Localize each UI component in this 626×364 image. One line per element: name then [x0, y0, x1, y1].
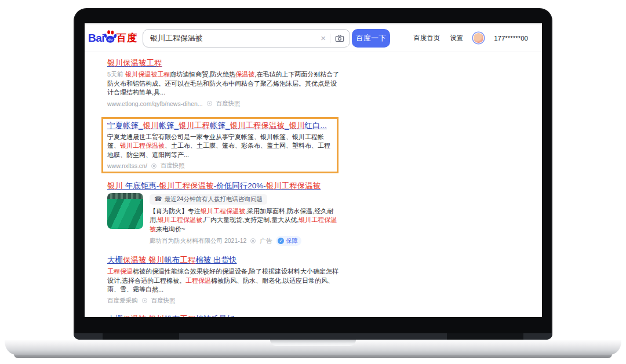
- laptop-mockup: Bai du 百度 ×: [0, 0, 626, 364]
- result-meta: www.etlong.com/qyfb/news-dihen...百度快照: [107, 100, 340, 108]
- cache-link[interactable]: 百度快照: [216, 100, 241, 108]
- search-bar: × 百度一下: [143, 29, 390, 48]
- result-body: 5天前 银川保温被工程廊坊迪恒商贸,防火绝热保温被,在毛毡的上下两面分别粘合了防…: [107, 70, 340, 108]
- result-meta: www.nxltss.cn/百度快照: [107, 162, 333, 170]
- result-body: 工程保温棉被的保温性能综合效果较好的保温设备,除了根据建设材料大小确定怎样设计,…: [107, 267, 340, 305]
- camera-icon[interactable]: [335, 34, 344, 42]
- result-title-link[interactable]: 银川 年底钜惠-银川工程保温被-价低同行20%-银川工程保温被: [107, 181, 340, 191]
- search-input[interactable]: [150, 34, 316, 42]
- result-meta: 廊坊肖为防火材料有限公司 2021-12广告✓保障: [150, 236, 340, 246]
- snapshot-circle-icon: [142, 298, 147, 303]
- cache-link[interactable]: 百度快照: [151, 297, 176, 305]
- input-divider: [330, 34, 330, 43]
- result-source: www.nxltss.cn/: [107, 162, 147, 169]
- result-body: 宁夏龙通晟世工贸有限公司是一家专业从事宁夏帐篷、银川帐篷、银川工程帐篷、银川工程…: [107, 133, 333, 170]
- search-result: 大棚保温被 银川帆布工程棉被质量好工程保温棉被的保温性能综合效果较好的保温设备,…: [107, 314, 340, 318]
- snapshot-circle-icon: [250, 238, 256, 243]
- result-snippet: 【肖为防火】专注银川工程保温被,采用加厚面料,防水保温,经久耐用,银川工程保温被…: [150, 207, 340, 234]
- results-list: 银川保温被工程5天前 银川保温被工程廊坊迪恒商贸,防火绝热保温被,在毛毡的上下两…: [85, 52, 542, 317]
- result-snippet: 宁夏龙通晟世工贸有限公司是一家专业从事宁夏帐篷、银川帐篷、银川工程帐篷、银川工程…: [107, 133, 333, 160]
- result-body: ☎最近24分钟前有人拨打电话咨询问题【肖为防火】专注银川工程保温被,采用加厚面料…: [107, 193, 340, 246]
- snapshot-circle-icon: [151, 163, 156, 169]
- serp-header: Bai du 百度 ×: [85, 24, 542, 52]
- svg-text:du: du: [108, 37, 113, 41]
- check-icon: ✓: [278, 238, 284, 244]
- logo-text-bai: Bai: [88, 32, 104, 45]
- result-snippet: 工程保温棉被的保温性能综合效果较好的保温设备,除了根据建设材料大小确定怎样设计,…: [107, 267, 340, 294]
- result-meta: 百度爱采购百度快照: [107, 297, 340, 305]
- laptop-base: [5, 340, 621, 355]
- result-snippet: 5天前 银川保温被工程廊坊迪恒商贸,防火绝热保温被,在毛毡的上下两面分别粘合了防…: [107, 70, 340, 97]
- ad-label: 广告: [260, 237, 272, 245]
- logo-text-cn: 百度: [117, 31, 137, 45]
- phone-icon: ☎: [154, 196, 162, 202]
- search-result: 大棚保温被 银川帆布工程棉被 出货快工程保温棉被的保温性能综合效果较好的保温设备…: [107, 255, 340, 305]
- search-input-box: ×: [143, 29, 350, 48]
- result-content: ☎最近24分钟前有人拨打电话咨询问题【肖为防火】专注银川工程保温被,采用加厚面料…: [150, 193, 340, 246]
- nav-settings[interactable]: 设置: [450, 34, 463, 42]
- cache-link[interactable]: 百度快照: [161, 162, 185, 170]
- laptop-screen-bezel: Bai du 百度 ×: [74, 8, 552, 340]
- laptop-lid-notch: [270, 340, 356, 346]
- result-title-link[interactable]: 宁夏帐篷_银川帐篷_银川工程帐篷_银川工程保温被_银川红白...: [107, 121, 333, 131]
- baidu-logo[interactable]: Bai du 百度: [88, 30, 137, 47]
- laptop-hinge: [74, 333, 552, 340]
- browser-viewport: Bai du 百度 ×: [85, 23, 542, 317]
- result-title-link[interactable]: 银川保温被工程: [107, 58, 340, 68]
- result-title-link[interactable]: 大棚保温被 银川帆布工程棉被 出货快: [107, 255, 340, 265]
- result-source: 廊坊肖为防火材料有限公司 2021-12: [150, 237, 246, 245]
- nav-baidu-home[interactable]: 百度首页: [413, 34, 440, 42]
- header-right-nav: 百度首页 设置 177******00: [413, 32, 528, 43]
- search-result: 银川 年底钜惠-银川工程保温被-价低同行20%-银川工程保温被☎最近24分钟前有…: [107, 181, 340, 246]
- result-source: 百度爱采购: [107, 297, 138, 305]
- result-title-link[interactable]: 大棚保温被 银川帆布工程棉被质量好: [107, 314, 340, 318]
- result-source: www.etlong.com/qyfb/news-dihen...: [107, 100, 203, 107]
- guarantee-badge: ✓保障: [276, 236, 301, 246]
- search-button[interactable]: 百度一下: [352, 29, 390, 48]
- search-result: 银川保温被工程5天前 银川保温被工程廊坊迪恒商贸,防火绝热保温被,在毛毡的上下两…: [107, 58, 340, 108]
- phone-note: ☎最近24分钟前有人拨打电话咨询问题: [150, 194, 267, 205]
- snapshot-circle-icon: [207, 101, 212, 106]
- clear-icon[interactable]: ×: [316, 33, 330, 43]
- user-phone-number[interactable]: 177******00: [494, 35, 528, 42]
- user-avatar[interactable]: [473, 32, 484, 43]
- baidu-paw-icon: du: [103, 30, 117, 43]
- result-thumbnail[interactable]: [107, 193, 143, 229]
- search-result: 宁夏帐篷_银川帐篷_银川工程帐篷_银川工程保温被_银川红白...宁夏龙通晟世工贸…: [101, 117, 339, 174]
